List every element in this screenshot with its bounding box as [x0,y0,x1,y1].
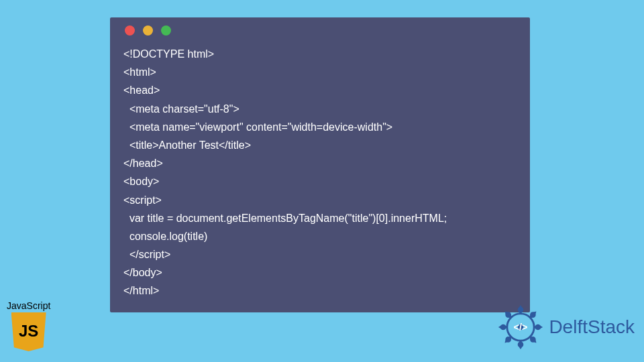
javascript-label: JavaScript [7,300,50,311]
svg-point-2 [518,307,524,313]
svg-point-6 [518,342,524,348]
delftstack-emblem-icon: </> [496,303,545,351]
svg-point-8 [500,324,506,330]
delftstack-logo: </> DelftStack [496,303,635,351]
window-controls [125,25,517,36]
close-icon [125,25,135,36]
code-window: <!DOCTYPE html> <html> <head> <meta char… [110,17,530,312]
delftstack-brand-text: DelftStack [549,316,635,338]
svg-point-4 [535,324,541,330]
code-block: <!DOCTYPE html> <html> <head> <meta char… [123,45,517,300]
maximize-icon [161,25,171,36]
js-shield-icon [11,312,46,351]
svg-text:</>: </> [514,322,528,333]
minimize-icon [143,25,153,36]
javascript-logo: JavaScript [7,300,50,351]
